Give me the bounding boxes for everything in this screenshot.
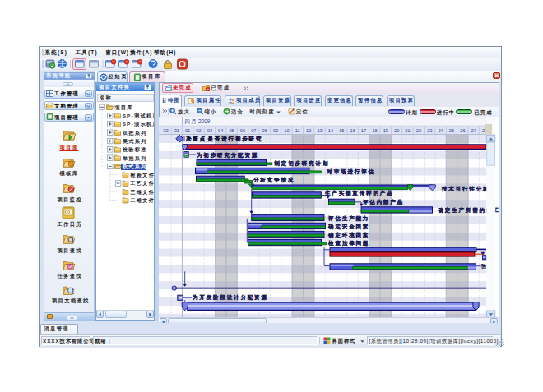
svg-text:分析竞争情况: 分析竞争情况: [253, 176, 295, 182]
svg-text:17: 17: [360, 128, 365, 133]
svg-text:22: 22: [415, 128, 420, 133]
svg-text:24: 24: [438, 128, 443, 133]
svg-text:08: 08: [262, 128, 267, 133]
svg-text:25: 25: [448, 128, 453, 133]
svg-text:31: 31: [174, 128, 179, 133]
svg-text:20: 20: [394, 128, 399, 133]
svg-text:2009: 2009: [198, 118, 211, 124]
svg-text:07: 07: [251, 128, 256, 133]
svg-text:03: 03: [207, 128, 211, 133]
svg-text:05: 05: [229, 128, 234, 133]
svg-text:检查法律问题: 检查法律问题: [327, 239, 369, 246]
svg-text:是否进行初步研究: 是否进行初步研究: [207, 136, 262, 142]
svg-text:对市场进行评估: 对市场进行评估: [326, 168, 374, 174]
svg-text:确定环境因素: 确定环境因素: [327, 231, 369, 238]
svg-text:27: 27: [471, 128, 476, 133]
svg-text:技术可行性分析: 技术可行性分析: [440, 186, 489, 192]
svg-text:30: 30: [163, 128, 168, 133]
svg-text:18: 18: [372, 128, 377, 133]
svg-text:21: 21: [405, 128, 410, 133]
svg-text:06: 06: [239, 128, 244, 133]
svg-text:09: 09: [272, 128, 277, 133]
svg-text:14: 14: [327, 128, 332, 133]
svg-text:评估内部产品: 评估内部产品: [361, 199, 403, 205]
svg-text:16: 16: [350, 128, 355, 133]
svg-text:19: 19: [383, 128, 388, 133]
svg-text:13: 13: [317, 128, 322, 133]
svg-text:26: 26: [460, 128, 465, 133]
svg-text:04: 04: [218, 128, 223, 133]
svg-text:确定安全因素: 确定安全因素: [327, 223, 369, 229]
svg-text:为初步研究分配资源: 为初步研究分配资源: [197, 151, 258, 158]
svg-text:评估生产能力: 评估生产能力: [327, 214, 369, 221]
svg-text:02: 02: [196, 128, 201, 133]
svg-text:01: 01: [184, 128, 189, 133]
svg-text:生产实物宣传样的产品: 生产实物宣传样的产品: [324, 190, 393, 196]
svg-text:10: 10: [284, 128, 289, 133]
svg-text:12: 12: [306, 128, 311, 133]
svg-text:23: 23: [427, 128, 432, 133]
svg-text:11: 11: [295, 128, 299, 133]
svg-text:15: 15: [339, 128, 344, 133]
svg-text:为开发阶段设计分配资源: 为开发阶段设计分配资源: [193, 294, 268, 301]
svg-text:四月: 四月: [184, 118, 198, 125]
svg-text:制定初步研究计划: 制定初步研究计划: [273, 159, 329, 166]
